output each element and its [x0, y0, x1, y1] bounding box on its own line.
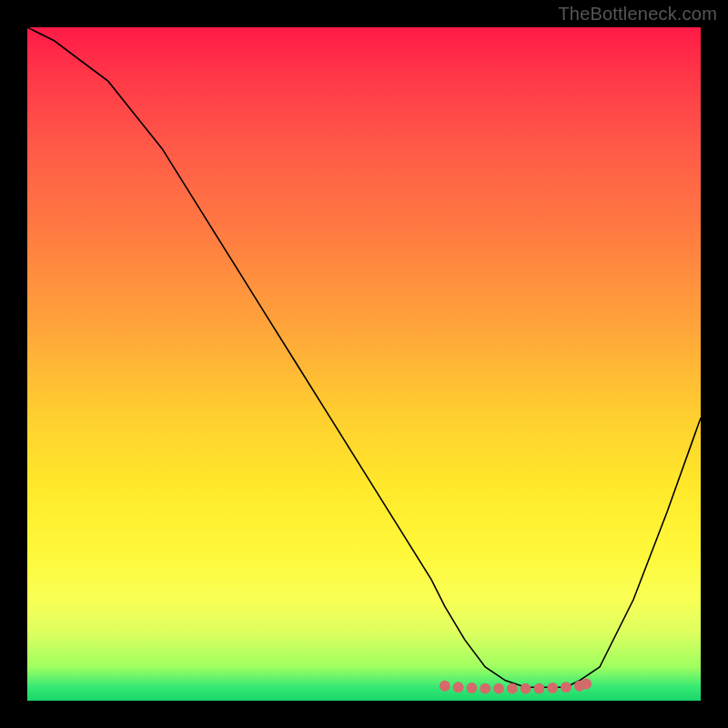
chart-svg: [27, 27, 701, 701]
marker-dot: [547, 682, 558, 693]
optimal-zone-markers: [440, 679, 592, 694]
marker-dot: [561, 682, 571, 693]
marker-dot: [453, 682, 464, 693]
bottleneck-curve: [27, 27, 701, 687]
marker-dot: [466, 682, 477, 693]
watermark-text: TheBottleneck.com: [558, 4, 717, 25]
marker-dot: [521, 683, 531, 694]
marker-dot: [507, 683, 518, 694]
marker-dot: [440, 681, 450, 692]
marker-dot: [533, 683, 544, 694]
marker-dot: [581, 679, 592, 690]
chart-plot-area: [27, 27, 701, 701]
marker-dot: [480, 683, 490, 694]
marker-dot: [493, 683, 504, 694]
